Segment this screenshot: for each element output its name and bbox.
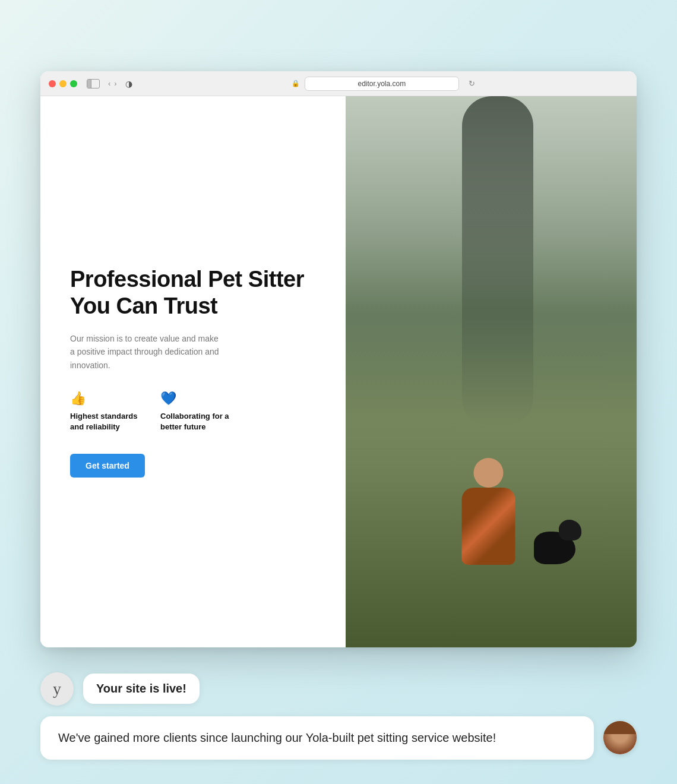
chat-bubble-2-text: We've gained more clients since launchin… bbox=[58, 731, 496, 744]
traffic-lights bbox=[49, 80, 77, 87]
features-row: 👍 Highest standards and reliability 💙 Co… bbox=[70, 391, 322, 432]
user-avatar bbox=[603, 721, 637, 754]
hero-left-panel: Professional Pet Sitter You Can Trust Ou… bbox=[40, 96, 346, 647]
hero-image-panel bbox=[346, 96, 637, 647]
person-figure bbox=[462, 488, 515, 565]
feature-2: 💙 Collaborating for a better future bbox=[160, 391, 232, 432]
yola-initial: y bbox=[53, 679, 61, 698]
forward-button[interactable]: › bbox=[114, 80, 116, 87]
website-content: Professional Pet Sitter You Can Trust Ou… bbox=[40, 96, 637, 647]
chat-bubble-1: Your site is live! bbox=[83, 674, 200, 704]
chat-bubble-2: We've gained more clients since launchin… bbox=[40, 716, 594, 760]
address-bar[interactable]: editor.yola.com bbox=[305, 77, 459, 91]
address-bar-wrap: 🔒 editor.yola.com ↻ bbox=[138, 77, 628, 91]
chat-row-1: y Your site is live! bbox=[40, 672, 637, 706]
chat-bubble-1-text: Your site is live! bbox=[96, 682, 186, 695]
browser-window: ‹ › ◑ 🔒 editor.yola.com ↻ Professional P… bbox=[40, 71, 637, 647]
yola-avatar: y bbox=[40, 672, 74, 706]
hero-title: Professional Pet Sitter You Can Trust bbox=[70, 266, 322, 320]
maximize-button[interactable] bbox=[70, 80, 77, 87]
minimize-button[interactable] bbox=[59, 80, 67, 87]
browser-chrome: ‹ › ◑ 🔒 editor.yola.com ↻ bbox=[40, 71, 637, 96]
feature-1: 👍 Highest standards and reliability bbox=[70, 391, 141, 432]
thumbs-up-icon: 👍 bbox=[70, 391, 141, 406]
nav-arrows: ‹ › bbox=[108, 80, 117, 87]
feature-1-text: Highest standards and reliability bbox=[70, 411, 141, 432]
heart-icon: 💙 bbox=[160, 391, 232, 406]
lock-icon: 🔒 bbox=[292, 80, 300, 87]
hero-subtitle: Our mission is to create value and make … bbox=[70, 332, 224, 372]
sidebar-toggle-button[interactable] bbox=[87, 79, 100, 88]
get-started-button[interactable]: Get started bbox=[70, 454, 145, 478]
chat-section: y Your site is live! We've gained more c… bbox=[0, 647, 677, 784]
brightness-icon: ◑ bbox=[125, 79, 132, 88]
hero-image bbox=[346, 96, 637, 647]
close-button[interactable] bbox=[49, 80, 56, 87]
refresh-icon[interactable]: ↻ bbox=[469, 79, 475, 88]
back-button[interactable]: ‹ bbox=[108, 80, 110, 87]
user-avatar-image bbox=[603, 721, 637, 754]
dog-figure bbox=[531, 523, 578, 570]
chat-row-2: We've gained more clients since launchin… bbox=[40, 716, 637, 760]
feature-2-text: Collaborating for a better future bbox=[160, 411, 232, 432]
